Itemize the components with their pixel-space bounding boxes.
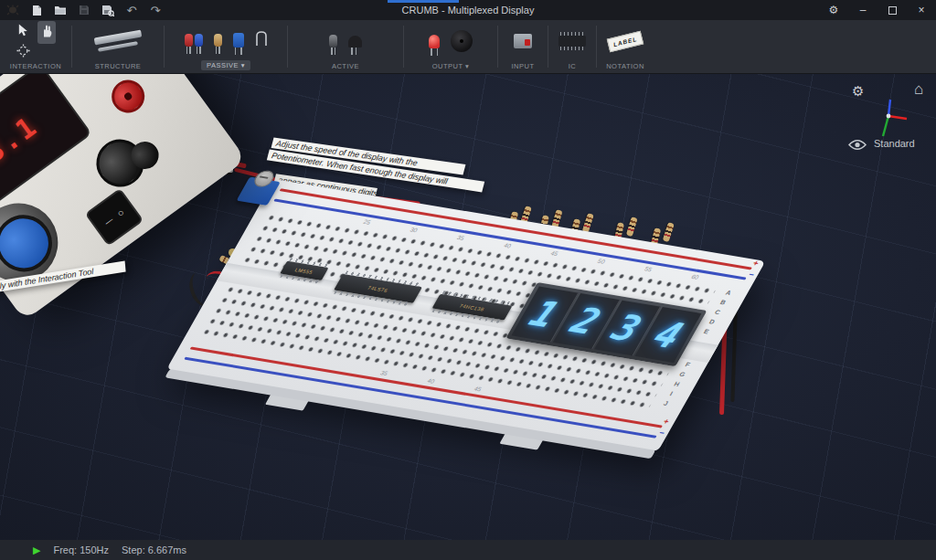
rail-minus-mark: −	[747, 270, 756, 280]
section-label-notation: NOTATION	[606, 62, 644, 70]
close-button[interactable]: ×	[907, 0, 936, 20]
switch-part-icon[interactable]	[514, 34, 532, 48]
axis-gizmo[interactable]	[870, 94, 909, 142]
chip-lm555[interactable]: LM555	[280, 261, 328, 280]
save-as-icon[interactable]	[101, 3, 115, 17]
row-number: 55	[644, 266, 654, 273]
ic-part-icon[interactable]	[558, 36, 586, 47]
toolbar-section-ic: IC	[548, 20, 596, 73]
toolbar-section-active: ACTIVE	[288, 20, 403, 73]
select-cursor-tool[interactable]	[16, 23, 30, 41]
active-diode-part-icon[interactable]	[329, 35, 337, 48]
maximize-icon	[888, 6, 897, 15]
psu-display-value: 3.1	[0, 109, 44, 168]
buzzer-part-icon[interactable]	[451, 30, 473, 52]
label-part-icon[interactable]: LABEL	[607, 30, 644, 52]
minimize-button[interactable]: –	[848, 0, 878, 20]
component-toolbar: INTERACTION STRUCTURE P	[0, 20, 936, 74]
resistor-part-icon[interactable]	[185, 34, 203, 47]
eye-icon[interactable]	[848, 138, 867, 154]
row-number: 30	[409, 227, 419, 234]
toolbar-section-output: OUTPUT ▾	[404, 20, 497, 73]
wire-part-icon[interactable]	[255, 30, 268, 50]
hand-interaction-tool[interactable]	[37, 21, 56, 44]
section-label-output[interactable]: OUTPUT ▾	[432, 62, 470, 70]
step-readout: Step: 6.667ms	[122, 544, 186, 555]
home-view-icon[interactable]: ⌂	[914, 80, 923, 99]
view-mode-label[interactable]: Standard	[874, 138, 915, 149]
titlebar-accent	[388, 0, 459, 3]
rail-plus-mark: +	[662, 417, 671, 426]
row-number: 60	[690, 273, 700, 280]
row-number: 35	[456, 234, 466, 241]
new-file-icon[interactable]	[29, 3, 44, 17]
toolbar-section-notation: LABEL NOTATION	[597, 20, 654, 73]
row-number: 50	[597, 258, 607, 265]
app-logo-icon	[5, 3, 20, 17]
chevron-down-icon: ▾	[465, 62, 469, 70]
chip-label: 74HC138	[459, 302, 486, 312]
maximize-button[interactable]	[878, 0, 907, 20]
section-label-input: INPUT	[512, 62, 535, 70]
rail-plus-mark: +	[751, 259, 760, 268]
section-label-active: ACTIVE	[332, 62, 359, 70]
titlebar: ↶ ↷ CRUMB - Multiplexed Display ⚙ – ×	[0, 0, 936, 20]
open-folder-icon[interactable]	[53, 3, 68, 17]
row-number: 45	[473, 386, 483, 393]
transistor-part-icon[interactable]	[348, 36, 362, 48]
toolbar-section-interaction: INTERACTION	[0, 20, 71, 73]
frequency-readout: Freq: 150Hz	[53, 544, 109, 555]
chip-label: 74LS76	[367, 284, 389, 292]
rail-minus-mark: −	[657, 428, 666, 438]
chip-label: LM555	[294, 267, 314, 275]
undo-icon[interactable]: ↶	[124, 3, 139, 17]
statusbar: ▶ Freq: 150Hz Step: 6.667ms	[0, 540, 936, 560]
psu-power-switch[interactable]: — ○	[85, 188, 144, 247]
chevron-down-icon: ▾	[241, 61, 245, 69]
psu-positive-terminal[interactable]	[105, 74, 151, 120]
section-label-passive[interactable]: PASSIVE ▾	[201, 60, 250, 70]
viewport-settings-gear-icon[interactable]: ⚙	[852, 83, 864, 100]
row-number: 40	[503, 242, 513, 249]
play-icon[interactable]: ▶	[33, 544, 40, 556]
toolbar-section-passive: PASSIVE ▾	[165, 20, 287, 73]
redo-icon[interactable]: ↷	[148, 3, 163, 17]
scene-viewport[interactable]: 3.1 — ○ + − + −	[0, 74, 936, 540]
focus-crosshair-tool[interactable]	[16, 44, 30, 61]
crumb-window: ↶ ↷ CRUMB - Multiplexed Display ⚙ – ×	[0, 0, 936, 560]
section-label-interaction: INTERACTION	[10, 62, 61, 70]
row-number: 45	[549, 249, 559, 257]
switch-off-mark: ○	[115, 206, 126, 219]
led-part-icon[interactable]	[429, 35, 440, 48]
row-number: 35	[379, 369, 389, 376]
settings-gear-icon[interactable]: ⚙	[819, 0, 848, 20]
switch-on-mark: —	[102, 215, 114, 227]
save-icon[interactable]	[77, 3, 91, 17]
psu-display: 3.1	[0, 74, 92, 215]
toolbar-section-input: INPUT	[498, 20, 548, 73]
section-label-structure: STRUCTURE	[95, 62, 142, 70]
section-label-ic: IC	[569, 62, 577, 70]
diode-part-icon[interactable]	[214, 34, 222, 47]
row-number: 25	[362, 218, 372, 226]
capacitor-part-icon[interactable]	[233, 33, 244, 48]
row-number: 40	[426, 377, 436, 385]
toolbar-section-structure: STRUCTURE	[72, 20, 164, 73]
